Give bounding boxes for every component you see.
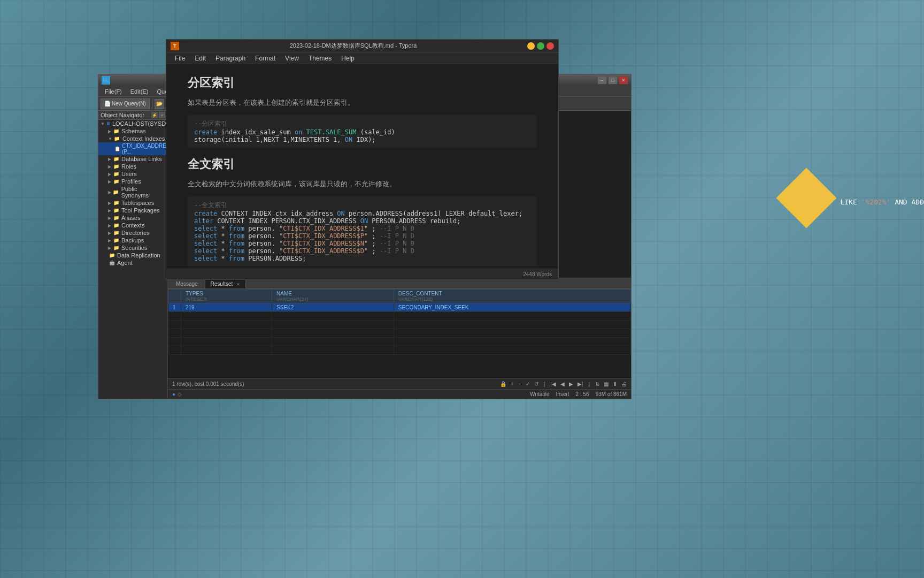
tree-item-db-links[interactable]: ▶ 📁 Database Links: [98, 155, 167, 163]
result-toolbar-right: 🔒 + − ✓ ↺ | |◀ ◀ ▶ ▶| | ⇅ ▦ ⬆ �: [500, 381, 627, 387]
code-s-2: "CTI$CTX_IDX_ADDRESS$P": [279, 232, 368, 240]
status-writable: Writable: [530, 391, 550, 397]
sql-maximize-button[interactable]: □: [609, 77, 617, 84]
folder-icon-roles: 📁: [112, 163, 120, 170]
typora-minimize-button[interactable]: [527, 42, 535, 50]
tree-label-directories: Directories: [121, 230, 150, 236]
table-row[interactable]: 1 219 SSEK2 SECONDARY_INDEX_SEEK: [168, 303, 631, 312]
code-kw-from3: from: [229, 240, 244, 247]
toolbar-sort-icon[interactable]: ⇅: [595, 381, 599, 387]
tree-item-tool-packages[interactable]: ▶ 📁 Tool Packages: [98, 207, 167, 214]
tree-item-backups[interactable]: ▶ 📁 Backups: [98, 237, 167, 244]
tab-message[interactable]: Message: [170, 279, 204, 288]
toolbar-check-icon[interactable]: ✓: [526, 381, 530, 387]
tree-item-aliases[interactable]: ▶ 📁 Aliases: [98, 214, 167, 222]
typora-menu-file[interactable]: File: [171, 52, 189, 64]
tree-arrow-context-indexes: ▼: [108, 136, 112, 141]
typora-menu-help[interactable]: Help: [337, 52, 359, 64]
cell-types: 219: [181, 303, 272, 312]
typora-close-button[interactable]: [546, 42, 554, 50]
typora-menu-themes[interactable]: Themes: [304, 52, 336, 64]
col-header-name[interactable]: NAME VARCHAR(24): [272, 290, 394, 303]
toolbar-lock-icon[interactable]: 🔒: [500, 381, 506, 387]
new-query-button[interactable]: 📄 New Query(N): [101, 98, 150, 109]
bottom-tabs: Message Resultset ✕: [168, 278, 631, 289]
toolbar-last-icon[interactable]: ▶|: [578, 381, 583, 387]
sql-menu-file[interactable]: File(F): [101, 86, 126, 96]
col-header-desc-content[interactable]: DESC_CONTENT VARCHAR(128): [394, 290, 630, 303]
table-row-empty-3: [168, 329, 631, 338]
tab-close-icon[interactable]: ✕: [236, 282, 240, 287]
tree-item-ctx-idx-address[interactable]: 📋 CTX_IDX_ADDRESS (P...: [98, 142, 167, 155]
sql-menu-edit[interactable]: Edit(E): [126, 86, 153, 96]
tree-item-public-synonyms[interactable]: ▶ 📁 Public Synonyms: [98, 185, 167, 199]
toolbar-prev-icon[interactable]: ◀: [560, 381, 565, 387]
table-row-empty-5: [168, 346, 631, 355]
code-text-2: (sale_id): [360, 128, 395, 136]
tree-label-data-replication: Data Replication: [117, 252, 160, 258]
tree-arrow-directories: ▶: [108, 231, 111, 235]
toolbar-print2-icon[interactable]: 🖨: [621, 381, 627, 387]
code-cmt-3: --I P N D: [380, 240, 414, 247]
tree-item-directories[interactable]: ▶ 📁 Directories: [98, 229, 167, 237]
section2-heading: 全文索引: [188, 156, 537, 172]
sql-close-button[interactable]: ✕: [619, 77, 628, 84]
tree-label-ctx-idx-address: CTX_IDX_ADDRESS (P...: [122, 143, 168, 155]
toolbar-filter-icon[interactable]: ▦: [604, 381, 609, 387]
status-insert: Insert: [556, 391, 569, 397]
toolbar-minus-icon[interactable]: −: [518, 381, 521, 387]
tree-item-roles[interactable]: ▶ 📁 Roles: [98, 163, 167, 170]
tree-item-users[interactable]: ▶ 📁 Users: [98, 170, 167, 178]
sidebar-icon-2[interactable]: ×: [159, 112, 165, 118]
typora-menu-view[interactable]: View: [281, 52, 303, 64]
typora-window-title: 2023-02-18-DM达梦数据库SQL教程.md - Typora: [179, 42, 527, 50]
tree-arrow-contexts: ▶: [108, 223, 111, 228]
tree-label-tablespaces: Tablespaces: [121, 200, 154, 206]
code-kw-from2: from: [229, 232, 244, 240]
tree-label-db-links: Database Links: [121, 156, 162, 162]
toolbar-plus-icon[interactable]: +: [511, 381, 514, 387]
table-row-empty-4: [168, 338, 631, 346]
tree-item-context-indexes[interactable]: ▼ 📁 Context Indexes: [98, 135, 167, 142]
code-n-11: *: [221, 240, 229, 247]
sql-minimize-button[interactable]: –: [598, 77, 606, 84]
typora-menu-edit[interactable]: Edit: [190, 52, 210, 64]
typora-menubar: File Edit Paragraph Format View Themes H…: [166, 52, 558, 64]
col-header-types[interactable]: TYPES INTEGER: [181, 290, 272, 303]
object-navigator-label: Object Navigator: [101, 112, 144, 118]
toolbar-export-icon[interactable]: ⬆: [613, 381, 617, 387]
typora-menu-format[interactable]: Format: [251, 52, 280, 64]
tab-resultset[interactable]: Resultset ✕: [205, 279, 246, 288]
tree-label-localhost: LOCALHOST(SYSDBA): [112, 120, 168, 127]
code-kw-select3: select: [194, 240, 217, 247]
typora-content-area[interactable]: 分区索引 如果表是分区表，在该表上创建的索引就是分区索引。 --分区索引 cre…: [166, 64, 558, 269]
tree-item-localhost[interactable]: ▼ 🖥 LOCALHOST(SYSDBA): [98, 120, 167, 127]
code-n-1: CONTEXT INDEX ctx_idx_address: [221, 210, 337, 217]
code-kw-from4: from: [229, 247, 244, 255]
tree-item-data-replication[interactable]: 📁 Data Replication: [98, 252, 167, 259]
tree-item-schemas[interactable]: ▶ 📁 Schemas: [98, 127, 167, 135]
tree-item-securities[interactable]: ▶ 📁 Securities: [98, 244, 167, 252]
tree-item-contexts[interactable]: ▶ 📁 Contexts: [98, 222, 167, 229]
sql-statusbar: ● ◇ Writable Insert 2 : 56 93M of 861M: [168, 389, 631, 399]
tree-item-agent[interactable]: 🤖 Agent: [98, 259, 167, 267]
toolbar-next-icon[interactable]: ▶: [569, 381, 573, 387]
toolbar-first-icon[interactable]: |◀: [550, 381, 556, 387]
code-s-3: "CTI$CTX_IDX_ADDRESS$N": [279, 240, 368, 247]
code-table-test: TEST.SALE_SUM: [306, 128, 357, 136]
tree-item-tablespaces[interactable]: ▶ 📁 Tablespaces: [98, 199, 167, 207]
folder-icon-backups: 📁: [112, 237, 120, 244]
typora-maximize-button[interactable]: [537, 42, 544, 50]
code-kw-from5: from: [229, 255, 244, 262]
open-icon[interactable]: 📂: [155, 99, 164, 109]
sidebar-icon-1[interactable]: ⚡: [151, 112, 158, 118]
tree-arrow-users: ▶: [108, 172, 111, 177]
tree-arrow-tablespaces: ▶: [108, 201, 111, 206]
typora-window: T 2023-02-18-DM达梦数据库SQL教程.md - Typora Fi…: [166, 39, 559, 280]
typora-menu-paragraph[interactable]: Paragraph: [211, 52, 250, 64]
section1-code-block: --分区索引 create index idx_sale_sum on TEST…: [188, 115, 537, 148]
toolbar-refresh-icon[interactable]: ↺: [534, 381, 538, 387]
folder-icon-contexts: 📁: [112, 222, 120, 229]
code-kw-select2: select: [194, 232, 217, 240]
tree-item-profiles[interactable]: ▶ 📁 Profiles: [98, 178, 167, 185]
